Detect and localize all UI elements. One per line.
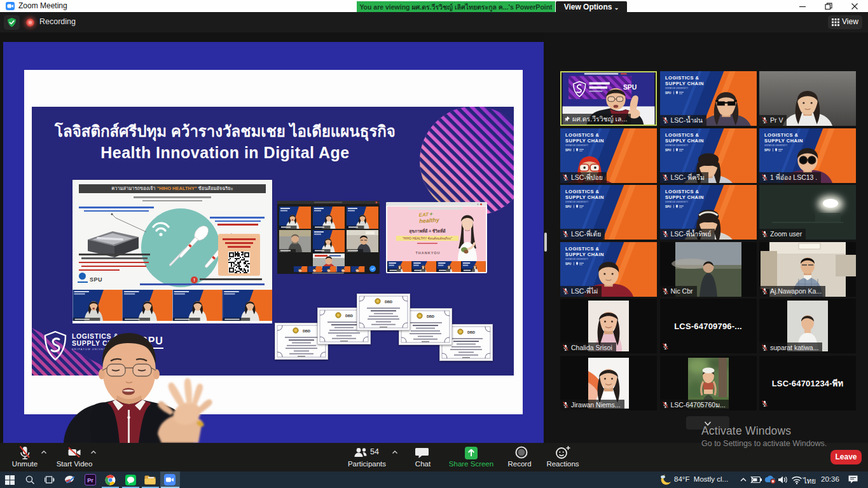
participant-tile[interactable]: SPU ผศ.ดร.วีรวิชญ์ เล... — [560, 71, 657, 126]
participants-caret[interactable] — [392, 450, 398, 455]
chat-button[interactable]: Chat — [407, 443, 439, 471]
participant-namebar: Nic Cbr — [660, 286, 697, 297]
weather-widget[interactable]: 84°F Mostly cl... — [674, 475, 728, 483]
participant-name: Aj.Nawapon Ka... — [770, 286, 822, 297]
participant-tile[interactable]: Aj.Nawapon Ka... — [759, 242, 856, 297]
svg-text:SRIPATUM UNIVERSITY: SRIPATUM UNIVERSITY — [764, 144, 788, 146]
participant-namebar: Chalida Srisoi — [560, 342, 616, 353]
participant-tile[interactable]: Pr V — [759, 71, 856, 126]
participant-namebar: Pr V — [759, 115, 787, 126]
participant-namebar: LSC-น้ำฝน — [660, 115, 706, 126]
participants-button[interactable]: 54 Participants — [342, 443, 392, 471]
activate-windows-watermark: Activate Windows — [701, 424, 791, 438]
view-label: View — [842, 17, 858, 26]
participant-mute-badge — [660, 342, 673, 353]
paint3d-icon[interactable] — [60, 471, 79, 488]
line-app-icon[interactable] — [121, 471, 140, 488]
svg-text:DBD: DBD — [303, 329, 310, 333]
share-screen-label: Share Screen — [447, 460, 495, 468]
search-button[interactable] — [20, 471, 39, 488]
reactions-button[interactable]: Reactions — [542, 443, 583, 471]
start-video-button[interactable]: Start Video — [55, 443, 94, 471]
participant-tile[interactable]: LOGISTICS &SUPPLY CHAINSRIPATUM UNIVERSI… — [660, 128, 757, 183]
svg-text:SUPPLY CHAIN: SUPPLY CHAIN — [764, 137, 803, 143]
svg-text:SUPPLY CHAIN: SUPPLY CHAIN — [665, 194, 704, 200]
weather-temp: 84°F — [674, 475, 689, 483]
leave-button[interactable]: Leave — [830, 450, 862, 464]
participant-namebar: Zoom user — [759, 229, 806, 240]
participant-tile[interactable]: LOGISTICS &SUPPLY CHAINSRIPATUM UNIVERSI… — [660, 185, 757, 240]
view-button[interactable]: View — [828, 15, 862, 29]
meeting-infobar: Recording View — [0, 12, 868, 32]
clock[interactable]: 20:36 — [821, 475, 839, 483]
participant-tile[interactable]: LOGISTICS &SUPPLY CHAINSRIPATUM UNIVERSI… — [560, 242, 657, 297]
view-options-label: View Options — [564, 3, 612, 11]
participant-namebar: ผศ.ดร.วีรวิชญ์ เล... — [561, 114, 631, 125]
participant-namebar: LSC-พี่น้ำทิพย์ — [660, 229, 715, 240]
svg-text:SRIPATUM UNIVERSITY: SRIPATUM UNIVERSITY — [565, 144, 589, 146]
start-video-label: Start Video — [55, 460, 94, 468]
onedrive-error-icon[interactable] — [764, 475, 776, 484]
participant-tile[interactable]: Nic Cbr — [660, 242, 757, 297]
record-label: Record — [501, 460, 538, 468]
participant-name: suparat katiwa... — [770, 342, 818, 353]
participant-name: LSC- พี่ครีม — [671, 172, 705, 183]
unmute-button[interactable]: Unmute — [5, 443, 45, 471]
tray-expand-caret[interactable] — [740, 477, 747, 483]
participant-tile[interactable]: LOGISTICS &SUPPLY CHAINSRIPATUM UNIVERSI… — [560, 185, 657, 240]
battery-icon[interactable] — [750, 476, 762, 484]
svg-text:SPU: SPU — [665, 205, 671, 208]
record-button[interactable]: Record — [501, 443, 538, 471]
file-explorer-icon[interactable] — [141, 471, 160, 488]
participant-tile[interactable]: LOGISTICS &SUPPLY CHAINSRIPATUM UNIVERSI… — [759, 128, 856, 183]
premiere-icon[interactable]: Pr — [81, 471, 100, 488]
participants-count: 54 — [370, 447, 379, 456]
participant-namebar: LSC-พี่เต้ย — [560, 229, 605, 240]
svg-text:SRIPATUM UNIVERSITY: SRIPATUM UNIVERSITY — [665, 144, 689, 146]
panel-divider-handle[interactable] — [544, 233, 547, 252]
participant-tile[interactable]: LSC-64701234-พีท — [759, 356, 856, 410]
participant-tile[interactable]: LOGISTICS &SUPPLY CHAINSRIPATUM UNIVERSI… — [560, 128, 657, 183]
windows-taskbar: Pr — [0, 471, 868, 488]
speaker-icon[interactable] — [777, 475, 789, 484]
task-view-button[interactable] — [40, 471, 59, 488]
participant-tile[interactable]: LCS-64709796-... — [660, 299, 757, 353]
zoom-taskbar-icon[interactable] — [160, 471, 180, 488]
unmute-label: Unmute — [5, 460, 45, 468]
reactions-label: Reactions — [542, 460, 583, 468]
svg-text:SUPPLY CHAIN: SUPPLY CHAIN — [665, 137, 704, 143]
participant-name: Jirawan Niems... — [571, 400, 621, 410]
participant-namebar: LSC-พี่ปอย — [560, 172, 607, 183]
video-options-caret[interactable] — [90, 450, 97, 455]
chrome-icon[interactable] — [100, 471, 120, 488]
share-screen-button[interactable]: Share Screen — [447, 443, 495, 471]
participant-tile[interactable]: Jirawan Niems... — [560, 356, 657, 410]
minimize-button[interactable] — [793, 0, 812, 12]
participant-namebar: LSC-พี่ไผ่ — [560, 286, 602, 297]
action-center-icon[interactable] — [848, 475, 858, 484]
weather-moon-icon[interactable] — [659, 473, 673, 486]
svg-text:SPU: SPU — [565, 262, 571, 266]
svg-text:SUPPLY CHAIN: SUPPLY CHAIN — [665, 81, 704, 86]
restore-button[interactable] — [819, 0, 838, 12]
mic-options-caret[interactable] — [41, 450, 47, 455]
participant-name: LSC-พี่เต้ย — [571, 229, 601, 240]
svg-text:SPU: SPU — [764, 149, 770, 152]
participant-tile[interactable]: LOGISTICS &SUPPLY CHAINSRIPATUM UNIVERSI… — [660, 71, 757, 126]
participant-tile[interactable]: Zoom user — [759, 185, 856, 240]
participant-tile[interactable]: LSC-64705760ม... — [660, 356, 757, 410]
svg-text:Pr: Pr — [87, 477, 93, 484]
participant-tile[interactable]: suparat katiwa... — [759, 299, 856, 353]
mic-muted-icon — [17, 445, 33, 461]
close-button[interactable] — [845, 0, 864, 12]
security-shield-icon[interactable] — [4, 15, 20, 30]
participant-tile[interactable]: Chalida Srisoi — [560, 299, 657, 353]
wifi-icon[interactable] — [791, 476, 803, 484]
record-icon — [513, 445, 530, 461]
participant-name: Nic Cbr — [671, 286, 693, 297]
participant-name: Zoom user — [770, 229, 802, 240]
chat-label: Chat — [407, 460, 439, 468]
grid-view-icon — [832, 18, 839, 26]
start-button[interactable] — [0, 471, 19, 488]
language-indicator[interactable]: ไทย — [803, 475, 816, 487]
